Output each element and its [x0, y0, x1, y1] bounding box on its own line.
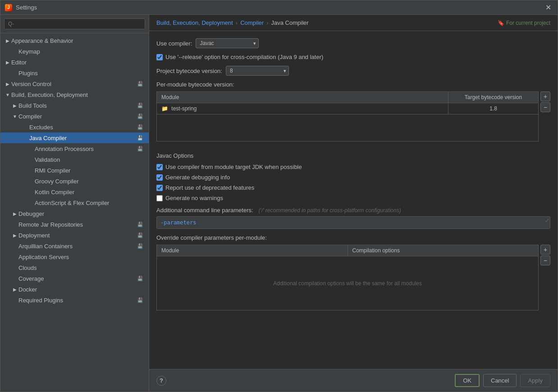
sidebar-tree: ▶ Appearance & Behavior Keymap ▶ Editor … [0, 33, 149, 392]
sidebar-item-label: Arquillian Containers [18, 243, 137, 250]
project-bytecode-select[interactable]: 8 11 17 21 [226, 66, 289, 76]
release-option-row: Use '--release' option for cross-compila… [156, 54, 550, 60]
module-table-wrapper: Module Target bytecode version 📁 test-sp… [156, 91, 550, 145]
search-input[interactable] [4, 18, 145, 29]
sidebar-item-compiler[interactable]: ▼ Compiler 💾 [0, 111, 149, 122]
module-table-buttons: + − [540, 91, 550, 112]
main-content: ▶ Appearance & Behavior Keymap ▶ Editor … [0, 15, 558, 392]
sidebar-item-clouds[interactable]: Clouds [0, 262, 149, 273]
generate-debugging-checkbox[interactable] [156, 174, 163, 181]
arrow-icon: ▶ [4, 38, 11, 43]
save-icon: 💾 [137, 135, 143, 141]
sidebar-item-excludes[interactable]: Excludes 💾 [0, 122, 149, 132]
generate-debugging-label[interactable]: Generate debugging info [165, 174, 230, 181]
release-option-checkbox[interactable] [156, 54, 163, 60]
sidebar-item-build-tools[interactable]: ▶ Build Tools 💾 [0, 100, 149, 111]
sidebar-item-label: Validation [35, 156, 145, 163]
save-icon: 💾 [137, 232, 143, 238]
close-button[interactable]: ✕ [544, 1, 553, 14]
release-option-label[interactable]: Use '--release' option for cross-compila… [165, 54, 323, 60]
save-icon: 💾 [137, 114, 143, 119]
javac-options-title: Javac Options [156, 152, 550, 159]
breadcrumb-compiler[interactable]: Compiler [240, 19, 264, 26]
sidebar-item-appearance[interactable]: ▶ Appearance & Behavior [0, 35, 149, 46]
report-deprecated-label[interactable]: Report use of deprecated features [165, 184, 254, 191]
save-icon: 💾 [137, 222, 143, 228]
sidebar-item-label: Editor [11, 59, 145, 66]
additional-params-hint: ('/' recommended in paths for cross-plat… [259, 207, 401, 214]
sidebar-item-label: Clouds [18, 264, 145, 271]
ok-button[interactable]: OK [455, 374, 480, 387]
sidebar-item-groovy-compiler[interactable]: Groovy Compiler [0, 176, 149, 187]
breadcrumb-left: Build, Execution, Deployment › Compiler … [156, 19, 309, 26]
no-warnings-checkbox[interactable] [156, 195, 163, 201]
project-bytecode-row: Project bytecode version: 8 11 17 21 [156, 66, 550, 76]
additional-params-label: Additional command line parameters: [156, 207, 253, 214]
sidebar-item-label: Remote Jar Repositories [18, 221, 137, 228]
add-override-button[interactable]: + [540, 245, 550, 255]
main-panel: Build, Execution, Deployment › Compiler … [149, 15, 558, 392]
folder-icon: 📁 [161, 105, 168, 112]
remove-override-button[interactable]: − [540, 255, 550, 265]
sidebar-item-label: RMI Compiler [35, 167, 145, 174]
target-version-cell: 1.8 [448, 103, 539, 114]
use-compiler-select[interactable]: Javac Eclipse Ajc [196, 38, 259, 48]
sidebar-item-label: ActionScript & Flex Compiler [35, 200, 145, 206]
remove-module-button[interactable]: − [540, 102, 550, 112]
sidebar-item-application-servers[interactable]: Application Servers [0, 251, 149, 262]
module-name-cell: 📁 test-spring [157, 103, 448, 114]
sidebar-item-validation[interactable]: Validation [0, 154, 149, 165]
override-table-empty-row: Additional compilation options will be t… [157, 256, 539, 310]
search-box [0, 15, 149, 33]
arrow-icon: ▼ [4, 92, 11, 97]
override-table-empty-message: Additional compilation options will be t… [157, 256, 539, 310]
action-buttons: OK Cancel Apply [455, 374, 550, 387]
save-icon: 💾 [137, 297, 143, 303]
cancel-button[interactable]: Cancel [483, 374, 517, 387]
sidebar-item-debugger[interactable]: ▶ Debugger [0, 208, 149, 219]
use-compiler-row: Use compiler: Javac Eclipse Ajc [156, 38, 550, 48]
sidebar-item-label: Docker [18, 286, 145, 293]
expand-button[interactable]: ⤢ [545, 217, 549, 223]
bookmark-icon: 🔖 [498, 20, 504, 26]
sidebar-item-rmi-compiler[interactable]: RMI Compiler [0, 165, 149, 176]
sidebar-item-java-compiler[interactable]: Java Compiler 💾 [0, 132, 149, 143]
use-compiler-checkbox-label[interactable]: Use compiler from module target JDK when… [165, 164, 302, 170]
sidebar-item-plugins[interactable]: Plugins [0, 68, 149, 78]
breadcrumb-build[interactable]: Build, Execution, Deployment [156, 19, 233, 26]
sidebar-item-coverage[interactable]: Coverage 💾 [0, 273, 149, 284]
sidebar-item-deployment[interactable]: ▶ Deployment 💾 [0, 230, 149, 241]
save-icon: 💾 [137, 124, 143, 130]
sidebar-item-editor[interactable]: ▶ Editor [0, 57, 149, 68]
help-button[interactable]: ? [156, 376, 166, 386]
for-current-project[interactable]: 🔖 For current project [498, 20, 550, 26]
no-warnings-label[interactable]: Generate no warnings [165, 195, 223, 201]
sidebar-item-required-plugins[interactable]: Required Plugins 💾 [0, 295, 149, 305]
sidebar-item-arquillian[interactable]: Arquillian Containers 💾 [0, 241, 149, 251]
sidebar-item-kotlin-compiler[interactable]: Kotlin Compiler [0, 187, 149, 197]
arrow-icon: ▶ [4, 82, 11, 87]
sidebar-item-annotation-processors[interactable]: Annotation Processors 💾 [0, 143, 149, 154]
sidebar-item-label: Application Servers [18, 254, 145, 260]
add-module-button[interactable]: + [540, 91, 550, 101]
settings-window: J Settings ✕ ▶ Appearance & Behavior Key… [0, 0, 558, 392]
use-compiler-checkbox[interactable] [156, 164, 163, 170]
sidebar-item-version-control[interactable]: ▶ Version Control 💾 [0, 78, 149, 89]
command-input[interactable] [156, 216, 550, 229]
apply-button[interactable]: Apply [520, 374, 550, 387]
arrow-icon: ▶ [11, 103, 18, 108]
sidebar-item-label: Debugger [18, 210, 145, 217]
use-compiler-select-wrapper: Javac Eclipse Ajc [196, 38, 259, 48]
per-module-label: Per-module bytecode version: [156, 81, 550, 88]
command-input-wrapper: ⤢ [156, 216, 550, 229]
override-table-wrapper: Module Compilation options Additional co… [156, 245, 550, 310]
report-deprecated-checkbox[interactable] [156, 185, 163, 191]
sidebar-item-docker[interactable]: ▶ Docker [0, 284, 149, 295]
arrow-icon: ▼ [11, 114, 18, 119]
sidebar-item-remote-jar[interactable]: Remote Jar Repositories 💾 [0, 219, 149, 230]
sidebar-item-keymap[interactable]: Keymap [0, 46, 149, 57]
sidebar-item-actionscript-compiler[interactable]: ActionScript & Flex Compiler [0, 197, 149, 208]
sidebar-item-label: Excludes [29, 124, 137, 131]
sidebar-item-build-exec-deploy[interactable]: ▼ Build, Execution, Deployment [0, 89, 149, 100]
sidebar-item-label: Compiler [18, 113, 137, 120]
